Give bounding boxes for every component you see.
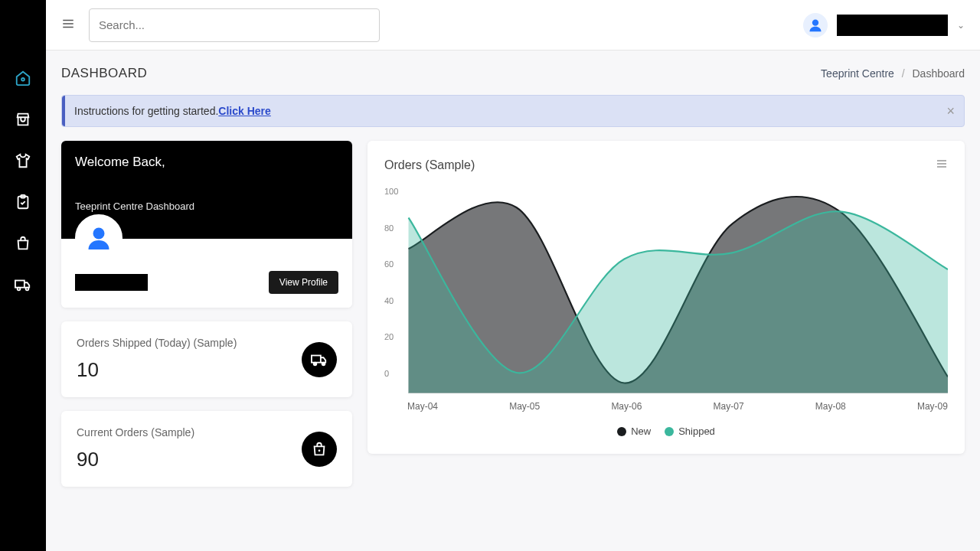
breadcrumb-current: Dashboard — [913, 67, 965, 80]
chart-plot — [384, 187, 948, 393]
alert-close-button[interactable]: × — [946, 103, 955, 119]
chart-menu-button[interactable] — [936, 158, 948, 173]
chart-y-axis: 100806040200 — [384, 187, 398, 378]
svg-rect-3 — [15, 281, 24, 288]
stat-card-shipped: Orders Shipped (Today) (Sample) 10 — [61, 321, 352, 397]
alert-link[interactable]: Click Here — [218, 105, 270, 117]
svg-point-4 — [18, 288, 21, 291]
profile-name-redacted — [75, 274, 148, 291]
legend-item-new: New — [617, 425, 651, 437]
view-profile-button[interactable]: View Profile — [269, 271, 338, 294]
chart-card: Orders (Sample) 100806040200 May-04May-0… — [368, 141, 965, 454]
chart-legend: New Shipped — [384, 425, 948, 437]
home-icon — [15, 70, 31, 86]
svg-point-10 — [93, 228, 105, 240]
legend-item-shipped: Shipped — [665, 425, 715, 437]
menu-icon — [61, 17, 75, 31]
chart-x-axis: May-04May-05May-06May-07May-08May-09 — [384, 401, 948, 412]
shirt-icon — [15, 152, 31, 169]
svg-point-9 — [812, 19, 818, 25]
stat-card-current: Current Orders (Sample) 90 — [61, 411, 352, 487]
sidebar-item-shipping[interactable] — [14, 276, 32, 294]
welcome-subtitle: Teeprint Centre Dashboard — [75, 201, 338, 212]
sidebar-item-orders[interactable] — [14, 234, 32, 253]
svg-point-13 — [322, 362, 325, 365]
stat-shipped-value: 10 — [77, 358, 237, 382]
svg-point-12 — [314, 362, 317, 365]
page-title: DASHBOARD — [61, 66, 147, 81]
svg-point-0 — [21, 78, 24, 81]
sidebar — [0, 0, 46, 551]
alert-text: Instructions for getting started. — [74, 105, 218, 117]
welcome-title: Welcome Back, — [75, 155, 338, 170]
chevron-down-icon: ⌄ — [957, 20, 965, 31]
welcome-card: Welcome Back, Teeprint Centre Dashboard … — [61, 141, 352, 308]
profile-avatar-icon — [75, 214, 122, 262]
content: DASHBOARD Teeprint Centre / Dashboard In… — [46, 51, 980, 551]
sidebar-item-products[interactable] — [14, 152, 32, 170]
stat-current-value: 90 — [77, 448, 194, 471]
stat-shipped-label: Orders Shipped (Today) (Sample) — [77, 337, 237, 349]
user-menu[interactable]: ⌄ — [803, 13, 965, 37]
header: ⌄ — [46, 0, 980, 51]
svg-point-14 — [318, 449, 321, 452]
breadcrumb: Teeprint Centre / Dashboard — [821, 67, 965, 80]
alert-banner: Instructions for getting started. Click … — [61, 95, 965, 127]
clipboard-icon — [15, 194, 31, 210]
truck-icon — [302, 342, 337, 377]
sidebar-item-store[interactable] — [14, 110, 32, 129]
truck-icon — [15, 276, 31, 293]
chart-title: Orders (Sample) — [384, 158, 475, 172]
breadcrumb-root[interactable]: Teeprint Centre — [821, 67, 894, 80]
search-input[interactable] — [89, 8, 380, 42]
stat-current-label: Current Orders (Sample) — [77, 426, 194, 439]
sidebar-item-dashboard[interactable] — [14, 69, 32, 87]
user-name-redacted — [837, 15, 948, 36]
menu-icon — [936, 158, 948, 170]
shopping-bag-icon — [15, 235, 31, 252]
shopping-bag-icon — [302, 432, 337, 467]
user-avatar-icon — [803, 13, 828, 37]
sidebar-item-tasks[interactable] — [14, 193, 32, 211]
menu-toggle-button[interactable] — [61, 17, 75, 34]
store-icon — [15, 111, 31, 128]
svg-rect-11 — [312, 355, 321, 362]
svg-point-5 — [26, 288, 29, 291]
